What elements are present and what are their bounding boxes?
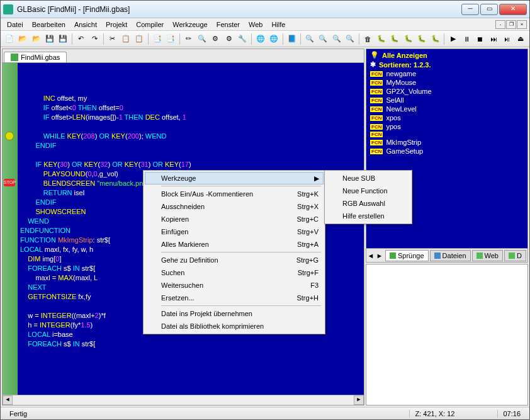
toolbar-btn-18[interactable]: ⚙ <box>210 33 222 45</box>
ctx-suchen[interactable]: SuchenStrg+F <box>145 266 324 279</box>
ctx-ersetzen-[interactable]: Ersetzen...Strg+H <box>145 292 324 304</box>
minimize-button[interactable]: ─ <box>461 4 479 15</box>
sidetab-dateien[interactable]: Dateien <box>430 250 471 261</box>
toolbar-btn-1[interactable]: 📂 <box>16 33 28 45</box>
jump-sort[interactable]: ✱Sortieren: 1.2.3. <box>366 60 527 69</box>
jump-item-gamesetup[interactable]: FCNGameSetup <box>366 147 527 156</box>
jump-all[interactable]: 💡Alle Anzeigen <box>366 50 527 60</box>
toolbar-btn-19[interactable]: ⚙ <box>223 33 235 45</box>
toolbar-btn-22[interactable]: 🌐 <box>254 33 266 45</box>
toolbar-btn-2[interactable]: 📂 <box>30 33 42 45</box>
subctx-hilfe-erstellen[interactable]: Hilfe erstellen <box>326 210 410 222</box>
toolbar-btn-41[interactable]: ⏹ <box>474 33 486 45</box>
code-line[interactable]: IF KEY(30) OR KEY(32) OR KEY(31) OR KEY(… <box>20 160 361 169</box>
output-panel[interactable] <box>366 264 528 406</box>
sidetab-spruenge[interactable]: Sprünge <box>385 250 429 261</box>
jump-item-newgame[interactable]: FCNnewgame <box>366 69 527 78</box>
scroll-right[interactable]: ► <box>354 395 364 405</box>
toolbar-btn-30[interactable]: 🔍 <box>344 33 356 45</box>
toolbar-btn-25[interactable]: 📘 <box>286 33 298 45</box>
toolbar-btn-28[interactable]: 🔍 <box>317 33 329 45</box>
code-line[interactable]: WHILE KEY(208) OR KEY(200); WEND <box>20 132 361 141</box>
breakpoint-icon[interactable] <box>5 132 14 140</box>
maximize-button[interactable]: ▭ <box>480 4 498 15</box>
toolbar-btn-13[interactable]: 📑 <box>151 33 163 45</box>
ctx-datei-ins-projekt-bernehmen[interactable]: Datei ins Projekt übernehmen <box>145 307 324 320</box>
ctx-einf-gen[interactable]: EinfügenStrg+V <box>145 225 324 238</box>
tabs-scroll-right[interactable]: ► <box>375 252 384 259</box>
jump-item-[interactable]: FCN <box>366 131 527 138</box>
tabs-scroll-left[interactable]: ◄ <box>366 252 375 259</box>
menu-datei[interactable]: Datei <box>3 20 27 30</box>
toolbar-btn-40[interactable]: ⏸ <box>461 33 473 45</box>
toolbar-btn-10[interactable]: 📋 <box>120 33 132 45</box>
toolbar-btn-0[interactable]: 📄 <box>3 33 15 45</box>
sidetab-web[interactable]: Web <box>472 250 503 261</box>
code-line[interactable] <box>20 150 361 160</box>
toolbar-btn-29[interactable]: 🔍 <box>330 33 342 45</box>
menu-web[interactable]: Web <box>245 20 266 30</box>
toolbar-btn-34[interactable]: 🐛 <box>389 33 401 45</box>
ctx-ausschneiden[interactable]: AusschneidenStrg+X <box>145 200 324 213</box>
code-line[interactable]: IF offset<0 THEN offset=0 <box>20 103 361 113</box>
editor-gutter[interactable] <box>3 63 18 395</box>
menu-ansicht[interactable]: Ansicht <box>70 20 101 30</box>
toolbar-btn-36[interactable]: 🐛 <box>416 33 428 45</box>
ctx-block-ein-aus-kommentieren[interactable]: Block Ein/Aus -KommentierenStrg+K <box>145 188 324 200</box>
toolbar-btn-23[interactable]: 🌐 <box>268 33 279 45</box>
toolbar-btn-35[interactable]: 🐛 <box>402 33 414 45</box>
toolbar-btn-17[interactable]: 🔍 <box>196 33 208 45</box>
menu-werkzeuge[interactable]: Werkzeuge <box>169 20 211 30</box>
code-line[interactable]: FOREACH s$ IN str$[ <box>20 339 361 349</box>
toolbar-btn-33[interactable]: 🐛 <box>375 33 387 45</box>
toolbar-btn-32[interactable]: 🗑 <box>362 33 374 45</box>
toolbar-btn-9[interactable]: ✂ <box>106 33 118 45</box>
jump-item-mymouse[interactable]: FCNMyMouse <box>366 78 527 87</box>
ctx-kopieren[interactable]: KopierenStrg+C <box>145 213 324 225</box>
subctx-neue-sub[interactable]: Neue SUB <box>326 172 410 184</box>
h-scrollbar[interactable]: ◄ ► <box>3 395 364 405</box>
menu-fenster[interactable]: Fenster <box>213 20 244 30</box>
toolbar-btn-14[interactable]: 📑 <box>165 33 177 45</box>
toolbar-btn-27[interactable]: 🔍 <box>303 33 315 45</box>
subctx-rgb-auswahl[interactable]: RGB Auswahl <box>326 197 410 210</box>
ctx-alles-markieren[interactable]: Alles MarkierenStrg+A <box>145 238 324 251</box>
jump-item-ypos[interactable]: FCNypos <box>366 122 527 131</box>
context-submenu[interactable]: Neue SUBNeue FunctionRGB AuswahlHilfe er… <box>324 170 412 224</box>
code-line[interactable]: IF offset>LEN(images[])-1 THEN DEC offse… <box>20 113 361 122</box>
menu-hilfe[interactable]: Hilfe <box>268 20 289 30</box>
scroll-track[interactable] <box>13 395 354 405</box>
menu-bearbeiten[interactable]: Bearbeiten <box>28 20 69 30</box>
jump-item-xpos[interactable]: FCNxpos <box>366 113 527 122</box>
toolbar-btn-6[interactable]: ↶ <box>75 33 87 45</box>
toolbar-btn-44[interactable]: ⏏ <box>514 33 526 45</box>
toolbar-btn-3[interactable]: 💾 <box>43 33 55 45</box>
toolbar-btn-42[interactable]: ⏭ <box>488 33 500 45</box>
mdi-restore[interactable]: ❐ <box>506 20 516 29</box>
stop-icon[interactable]: STOP <box>4 179 15 186</box>
tab-findmii[interactable]: FindMii.gbas <box>4 52 67 62</box>
ctx-weitersuchen[interactable]: WeitersuchenF3 <box>145 279 324 292</box>
context-menu[interactable]: Werkzeuge▶Block Ein/Aus -KommentierenStr… <box>143 170 325 334</box>
toolbar-btn-37[interactable]: 🐛 <box>429 33 441 45</box>
titlebar[interactable]: GLBasic [FindMii] - [FindMii.gbas] ─ ▭ ✕ <box>1 1 529 18</box>
mdi-close[interactable]: × <box>517 20 527 29</box>
jump-item-mkimgstrip[interactable]: FCNMkImgStrip <box>366 138 527 147</box>
close-button[interactable]: ✕ <box>499 4 527 15</box>
toolbar-btn-39[interactable]: ▶ <box>447 33 459 45</box>
toolbar-btn-11[interactable]: 📋 <box>133 33 145 45</box>
code-line[interactable]: INC offset, my <box>20 94 361 103</box>
jump-item-selall[interactable]: FCNSelAll <box>366 96 527 105</box>
toolbar-btn-43[interactable]: ⏯ <box>501 33 513 45</box>
toolbar-btn-16[interactable]: ✏ <box>183 33 195 45</box>
scroll-left[interactable]: ◄ <box>3 395 13 405</box>
jump-item-newlevel[interactable]: FCNNewLevel <box>366 105 527 113</box>
code-line[interactable] <box>20 122 361 132</box>
mdi-minimize[interactable]: - <box>495 20 505 29</box>
toolbar-btn-4[interactable]: 💾 <box>57 33 69 45</box>
ctx-werkzeuge[interactable]: Werkzeuge▶ <box>145 172 324 184</box>
code-line[interactable]: ENDIF <box>20 141 361 150</box>
subctx-neue-function[interactable]: Neue Function <box>326 184 410 197</box>
sidetab-d[interactable]: D <box>504 250 526 261</box>
ctx-datei-als-bibliothek-komprimieren[interactable]: Datei als Bibliothek komprimieren <box>145 320 324 332</box>
